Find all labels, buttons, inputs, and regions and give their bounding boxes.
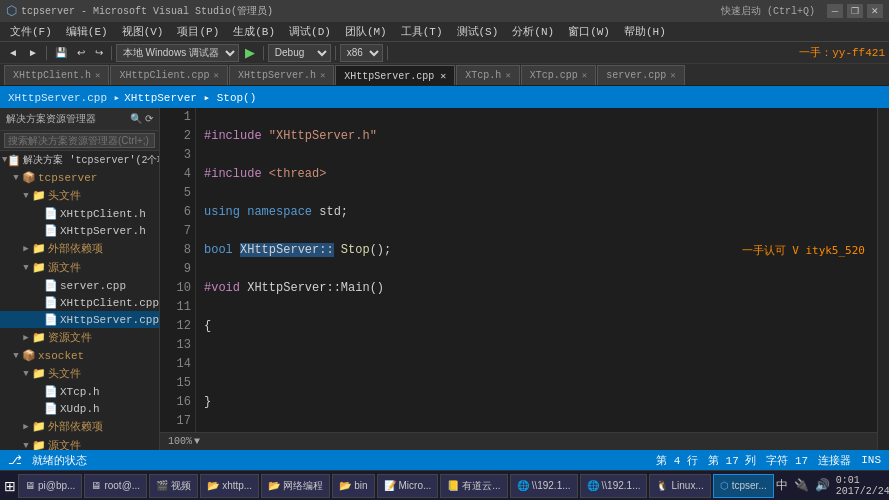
network-tray-icon[interactable]: 🔌 xyxy=(794,478,809,493)
zoom-icon[interactable]: ▼ xyxy=(194,436,200,447)
minimap-scrollbar[interactable] xyxy=(877,108,889,450)
taskbar-item-linux[interactable]: 🐧 Linux... xyxy=(649,474,710,498)
tab-close-icon[interactable]: ✕ xyxy=(95,70,100,81)
file-icon: 📄 xyxy=(44,279,58,292)
toolbar-undo[interactable]: ↩ xyxy=(73,45,89,60)
file-icon: 📄 xyxy=(44,402,58,415)
tree-project-xsocket[interactable]: ▼ 📦 xsocket xyxy=(0,347,159,364)
taskbar-item-network1[interactable]: 🌐 \\192.1... xyxy=(510,474,578,498)
line-num: 5 xyxy=(164,184,191,203)
taskbar-item-network[interactable]: 📂 网络编程 xyxy=(261,474,330,498)
sidebar-search-icon[interactable]: 🔍 xyxy=(130,113,142,125)
menu-build[interactable]: 生成(B) xyxy=(227,22,281,41)
project-icon: 📦 xyxy=(22,349,36,362)
taskbar-item-pi[interactable]: 🖥 pi@bp... xyxy=(18,474,82,498)
close-button[interactable]: ✕ xyxy=(867,4,883,18)
sidebar-sync-icon[interactable]: ⟳ xyxy=(145,113,153,125)
taskbar-item-bin[interactable]: 📂 bin xyxy=(332,474,374,498)
tree-file-xtcp-h[interactable]: 📄 XTcp.h xyxy=(0,383,159,400)
toolbar-save[interactable]: 💾 xyxy=(51,45,71,60)
tree-expand-icon: ▼ xyxy=(20,369,32,379)
toolbar-run[interactable]: ▶ xyxy=(241,43,259,62)
restore-button[interactable]: ❐ xyxy=(847,4,863,18)
taskbar-item-network2[interactable]: 🌐 \\192.1... xyxy=(580,474,648,498)
menu-file[interactable]: 文件(F) xyxy=(4,22,58,41)
line-num: 4 xyxy=(164,165,191,184)
toolbar-debug-combo[interactable]: 本地 Windows 调试器 xyxy=(116,44,239,62)
tree-file-xhttpserver-cpp[interactable]: 📄 XHttpServer.cpp xyxy=(0,311,159,328)
tree-headers-folder[interactable]: ▼ 📁 头文件 xyxy=(0,186,159,205)
tree-file-xhttpserver-h[interactable]: 📄 XHttpServer.h xyxy=(0,222,159,239)
tab-server-cpp[interactable]: server.cpp ✕ xyxy=(597,65,684,85)
tab-label: server.cpp xyxy=(606,70,666,81)
tab-xhttpserver-h[interactable]: XHttpServer.h ✕ xyxy=(229,65,334,85)
tab-close-icon[interactable]: ✕ xyxy=(505,70,510,81)
toolbar-back[interactable]: ◄ xyxy=(4,45,22,60)
taskbar-item-root[interactable]: 🖥 root@... xyxy=(84,474,147,498)
tree-file-xudp-h[interactable]: 📄 XUdp.h xyxy=(0,400,159,417)
tree-item-label: XHttpClient.h xyxy=(60,208,146,220)
code-editor[interactable]: #include "XHttpServer.h" #include <threa… xyxy=(196,108,877,432)
menu-window[interactable]: 窗口(W) xyxy=(562,22,616,41)
tab-xhttpclient-h[interactable]: XHttpClient.h ✕ xyxy=(4,65,109,85)
menu-help[interactable]: 帮助(H) xyxy=(618,22,672,41)
tab-xhttpserver-cpp[interactable]: XHttpServer.cpp ✕ xyxy=(335,65,455,85)
taskbar-item-micro[interactable]: 📝 Micro... xyxy=(377,474,439,498)
taskbar-item-label: pi@bp... xyxy=(38,480,75,491)
tree-resources-folder[interactable]: ▶ 📁 资源文件 xyxy=(0,328,159,347)
menu-analyze[interactable]: 分析(N) xyxy=(506,22,560,41)
menu-debug[interactable]: 调试(D) xyxy=(283,22,337,41)
file-icon: 📄 xyxy=(44,296,58,309)
sidebar-icons: 🔍 ⟳ xyxy=(130,113,153,125)
taskbar-item-xhttp[interactable]: 📂 xhttp... xyxy=(200,474,259,498)
toolbar-redo[interactable]: ↪ xyxy=(91,45,107,60)
tree-solution[interactable]: ▼ 📋 解决方案 'tcpserver'(2个项目) xyxy=(0,151,159,169)
sidebar-search-input[interactable] xyxy=(4,133,155,148)
taskbar-item-tcpserver[interactable]: ⬡ tcpser... xyxy=(713,474,774,498)
tab-xtcp-cpp[interactable]: XTcp.cpp ✕ xyxy=(521,65,596,85)
menu-edit[interactable]: 编辑(E) xyxy=(60,22,114,41)
tab-close-icon[interactable]: ✕ xyxy=(213,70,218,81)
tab-label: XTcp.h xyxy=(465,70,501,81)
tree-file-server-cpp[interactable]: 📄 server.cpp xyxy=(0,277,159,294)
tree-expand-icon: ▼ xyxy=(20,191,32,201)
tab-xtcp-h[interactable]: XTcp.h ✕ xyxy=(456,65,519,85)
menu-project[interactable]: 项目(P) xyxy=(171,22,225,41)
menu-test[interactable]: 测试(S) xyxy=(451,22,505,41)
minimize-button[interactable]: ─ xyxy=(827,4,843,18)
tree-xsocket-headers[interactable]: ▼ 📁 头文件 xyxy=(0,364,159,383)
tree-project-tcpserver[interactable]: ▼ 📦 tcpserver xyxy=(0,169,159,186)
tree-file-xhttpclient-cpp[interactable]: 📄 XHttpClient.cpp xyxy=(0,294,159,311)
quick-launch-hint: 快速启动 (Ctrl+Q) xyxy=(721,4,815,18)
tab-close-icon[interactable]: ✕ xyxy=(670,70,675,81)
tree-expand-icon: ▼ xyxy=(20,263,32,273)
tab-close-icon[interactable]: ✕ xyxy=(582,70,587,81)
ime-icon[interactable]: 中 xyxy=(776,477,788,494)
tab-xhttpclient-cpp[interactable]: XHttpClient.cpp ✕ xyxy=(110,65,227,85)
menu-view[interactable]: 视图(V) xyxy=(116,22,170,41)
code-line: #include <thread> xyxy=(204,167,326,181)
tree-xsocket-sources[interactable]: ▼ 📁 源文件 xyxy=(0,436,159,450)
tab-close-icon[interactable]: ✕ xyxy=(320,70,325,81)
menu-team[interactable]: 团队(M) xyxy=(339,22,393,41)
file-icon: 📄 xyxy=(44,313,58,326)
tab-label: XHttpClient.h xyxy=(13,70,91,81)
start-button[interactable]: ⊞ xyxy=(4,474,16,498)
menu-tools[interactable]: 工具(T) xyxy=(395,22,449,41)
taskbar-item-youdao[interactable]: 📒 有道云... xyxy=(440,474,507,498)
toolbar-config-combo[interactable]: Debug Release xyxy=(268,44,331,62)
tree-item-label: 头文件 xyxy=(48,188,81,203)
tree-xsocket-ext-deps[interactable]: ▶ 📁 外部依赖项 xyxy=(0,417,159,436)
tree-file-xhttpclient-h[interactable]: 📄 XHttpClient.h xyxy=(0,205,159,222)
toolbar-sep1 xyxy=(46,46,47,60)
tree-sources-folder[interactable]: ▼ 📁 源文件 xyxy=(0,258,159,277)
code-view[interactable]: 1 2 3 4 5 6 7 8 9 10 11 12 13 14 15 16 1… xyxy=(160,108,877,432)
tree-item-label: XUdp.h xyxy=(60,403,100,415)
taskbar-item-video[interactable]: 🎬 视频 xyxy=(149,474,198,498)
toolbar-platform-combo[interactable]: x86 x64 xyxy=(340,44,383,62)
terminal-icon: 🖥 xyxy=(91,480,101,491)
line-num: 18 xyxy=(164,431,191,432)
toolbar-forward[interactable]: ► xyxy=(24,45,42,60)
tree-external-deps[interactable]: ▶ 📁 外部依赖项 xyxy=(0,239,159,258)
speaker-tray-icon[interactable]: 🔊 xyxy=(815,478,830,493)
